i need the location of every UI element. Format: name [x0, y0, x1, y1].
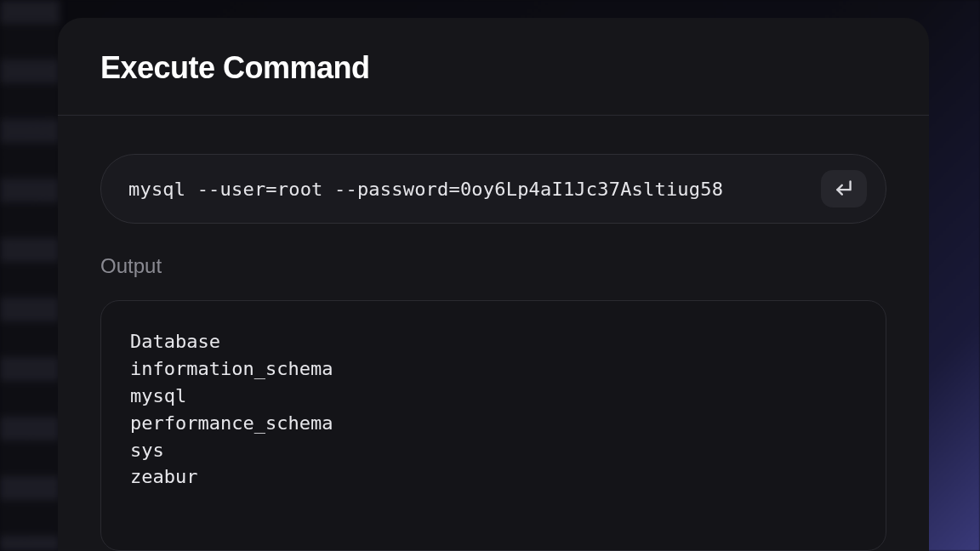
command-input-row: [100, 154, 886, 224]
enter-icon: [833, 177, 855, 202]
command-input[interactable]: [128, 179, 806, 200]
output-box: Database information_schema mysql perfor…: [100, 300, 886, 551]
execute-command-modal: Execute Command Output Database informat…: [58, 18, 929, 551]
output-label: Output: [100, 254, 886, 278]
modal-body: Output Database information_schema mysql…: [58, 116, 929, 551]
output-text: Database information_schema mysql perfor…: [130, 328, 857, 491]
modal-header: Execute Command: [58, 18, 929, 116]
run-button[interactable]: [821, 170, 867, 207]
modal-title: Execute Command: [100, 50, 886, 86]
